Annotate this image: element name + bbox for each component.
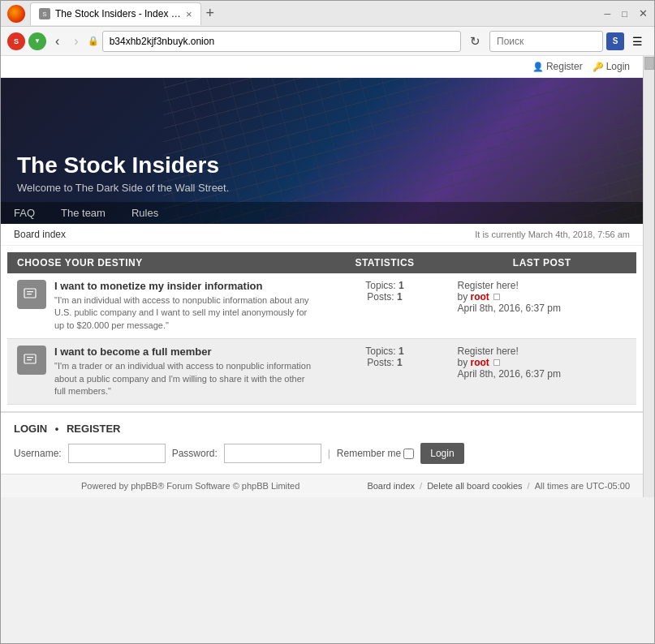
toolbar: S ▼ ‹ › 🔒 ↻ S ☰ — [1, 27, 654, 56]
col-header-stats: STATISTICS — [322, 252, 448, 273]
browser-menu-button[interactable]: ☰ — [627, 32, 648, 51]
svg-rect-1 — [27, 291, 33, 292]
firefox-icon[interactable] — [7, 5, 25, 23]
new-tab-button[interactable]: + — [201, 5, 220, 22]
forum-desc-1: "I'm an individual with access to nonpub… — [54, 294, 312, 332]
back-button[interactable]: ‹ — [50, 31, 65, 52]
separator: | — [328, 448, 330, 459]
last-post-by-1: by root — [458, 291, 627, 303]
login-form: Username: Password: | Remember me Login — [14, 443, 630, 464]
register-icon: 👤 — [532, 62, 544, 72]
user-online-indicator-2 — [493, 359, 500, 366]
footer-links: Board index / Delete all board cookies /… — [367, 481, 630, 491]
forum-name-1[interactable]: I want to monetize my insider informatio… — [54, 280, 312, 292]
search-input[interactable] — [489, 31, 603, 52]
refresh-button[interactable]: ↻ — [464, 31, 486, 52]
menu-dropdown[interactable]: ▼ — [28, 32, 46, 50]
footer-timezone: All times are UTC-05:00 — [535, 481, 630, 491]
table-row: I want to monetize my insider informatio… — [7, 273, 636, 339]
login-title: LOGIN — [14, 423, 47, 435]
last-post-title-2[interactable]: Register here! — [458, 346, 627, 357]
footer-delete-cookies-link[interactable]: Delete all board cookies — [427, 481, 522, 491]
remember-me-label: Remember me — [337, 448, 414, 459]
last-post-1: Register here! by root April 8th, 2016, … — [448, 273, 637, 339]
last-post-date-1: April 8th, 2016, 6:37 pm — [458, 303, 627, 314]
current-time: It is currently March 4th, 2018, 7:56 am — [475, 230, 630, 239]
username-input[interactable] — [68, 444, 166, 463]
forum-table-wrapper: CHOOSE YOUR DESTINY STATISTICS LAST POST — [1, 252, 643, 405]
last-post-2: Register here! by root April 8th, 2016, … — [448, 339, 637, 405]
page-favicon: S — [39, 8, 50, 19]
password-input[interactable] — [224, 444, 321, 463]
minimize-button[interactable]: ─ — [605, 9, 611, 19]
browser-logo[interactable]: S — [7, 32, 25, 50]
breadcrumb-bar: Board index It is currently March 4th, 2… — [1, 224, 643, 246]
forum-desc-2: "I'm a trader or an individual with acce… — [54, 360, 312, 397]
svg-rect-3 — [24, 354, 36, 363]
forum-svg-icon-1 — [23, 286, 41, 303]
forum-stats-2: Topics: 1 Posts: 1 — [322, 339, 448, 405]
login-link[interactable]: 🔑 Login — [593, 61, 630, 72]
table-row: I want to become a full member "I'm a tr… — [7, 339, 636, 405]
forum-text-1: I want to monetize my insider informatio… — [54, 280, 312, 332]
title-bar: S The Stock Insiders - Index page × + ─ … — [1, 1, 654, 27]
tab-close-icon[interactable]: × — [186, 8, 192, 20]
nav-faq[interactable]: FAQ — [1, 202, 48, 224]
breadcrumb[interactable]: Board index — [14, 229, 66, 240]
svg-rect-2 — [27, 294, 32, 294]
forum-main-1: I want to monetize my insider informatio… — [17, 280, 312, 332]
last-post-title-1[interactable]: Register here! — [458, 280, 627, 291]
forum-info-cell-1: I want to monetize my insider informatio… — [7, 273, 322, 339]
user-online-indicator-1 — [493, 294, 500, 300]
last-post-user-1[interactable]: root — [471, 291, 489, 303]
forum-icon-2 — [17, 346, 46, 375]
register-title[interactable]: REGISTER — [67, 423, 120, 435]
login-section: LOGIN • REGISTER Username: Password: | R… — [1, 411, 643, 474]
svg-rect-0 — [24, 289, 36, 298]
maximize-button[interactable]: □ — [622, 9, 627, 19]
last-post-user-2[interactable]: root — [471, 357, 489, 368]
forum-main-2: I want to become a full member "I'm a tr… — [17, 346, 312, 397]
scrollbar-thumb[interactable] — [644, 57, 654, 70]
forum-icon-1 — [17, 280, 46, 309]
close-button[interactable]: ✕ — [639, 7, 648, 19]
footer-board-index-link[interactable]: Board index — [367, 481, 415, 491]
password-label: Password: — [172, 448, 218, 459]
lock-icon: 🔒 — [88, 36, 99, 46]
hero-content: The Stock Insiders Welcome to The Dark S… — [1, 152, 643, 202]
login-section-header: LOGIN • REGISTER — [14, 423, 630, 435]
address-input[interactable] — [102, 31, 461, 52]
forum-name-2[interactable]: I want to become a full member — [54, 346, 312, 358]
forum-table: CHOOSE YOUR DESTINY STATISTICS LAST POST — [7, 252, 636, 405]
last-post-by-2: by root — [458, 357, 627, 368]
main-content: Board index It is currently March 4th, 2… — [1, 224, 643, 497]
col-header-destiny: CHOOSE YOUR DESTINY — [7, 252, 322, 273]
nav-rules[interactable]: Rules — [119, 202, 171, 224]
tab-title: The Stock Insiders - Index page — [55, 8, 181, 19]
hero-banner: The Stock Insiders Welcome to The Dark S… — [1, 78, 643, 224]
footer-powered-by: Powered by phpBB® Forum Software © phpBB… — [14, 481, 367, 491]
last-post-date-2: April 8th, 2016, 6:37 pm — [458, 368, 627, 380]
scrollbar[interactable] — [643, 56, 654, 497]
svg-rect-5 — [27, 359, 32, 360]
login-icon: 🔑 — [593, 62, 604, 72]
svg-rect-4 — [27, 357, 33, 358]
remember-me-checkbox[interactable] — [403, 449, 414, 459]
footer: Powered by phpBB® Forum Software © phpBB… — [1, 474, 643, 497]
username-label: Username: — [14, 448, 62, 459]
forum-info-cell-2: I want to become a full member "I'm a tr… — [7, 339, 322, 405]
site-title: The Stock Insiders — [17, 152, 627, 178]
hero-navigation: FAQ The team Rules — [1, 202, 643, 224]
forum-stats-1: Topics: 1 Posts: 1 — [322, 273, 448, 339]
forward-button[interactable]: › — [68, 31, 84, 52]
site-subtitle: Welcome to The Dark Side of the Wall Str… — [17, 182, 627, 194]
table-header-row: CHOOSE YOUR DESTINY STATISTICS LAST POST — [7, 252, 636, 273]
col-header-lastpost: LAST POST — [448, 252, 637, 273]
top-bar: 👤 Register 🔑 Login — [1, 56, 643, 78]
forum-svg-icon-2 — [23, 351, 41, 369]
extension-icon[interactable]: S — [606, 32, 624, 50]
login-submit-button[interactable]: Login — [420, 443, 463, 464]
nav-team[interactable]: The team — [48, 202, 119, 224]
forum-text-2: I want to become a full member "I'm a tr… — [54, 346, 312, 397]
register-link[interactable]: 👤 Register — [532, 61, 583, 72]
